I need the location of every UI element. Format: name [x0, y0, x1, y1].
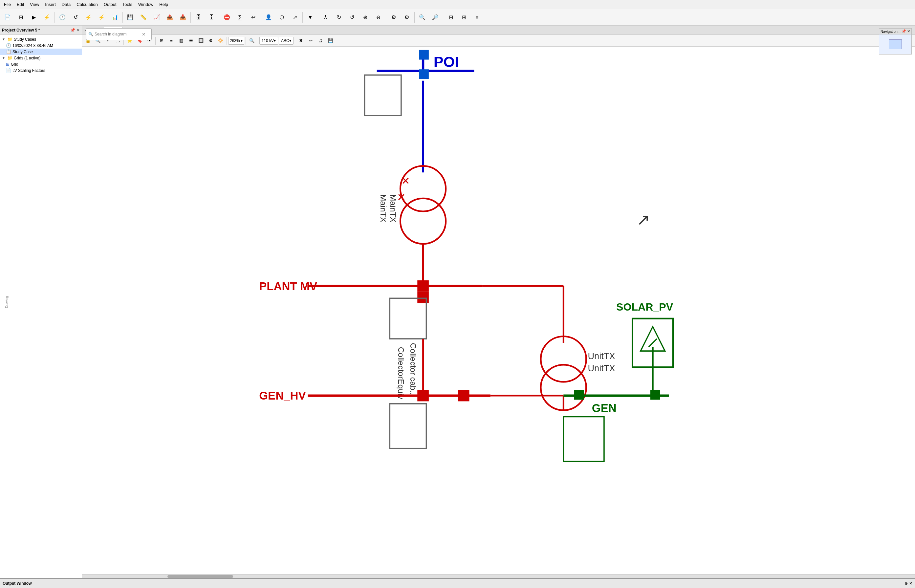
- gen-switch1[interactable]: [574, 390, 584, 400]
- tb-calc2[interactable]: ⚡: [95, 11, 108, 24]
- lv-scaling-label: LV Scaling Factors: [13, 68, 45, 73]
- tb-lasso[interactable]: ⬡: [276, 11, 288, 24]
- tb-export2[interactable]: 📥: [177, 11, 189, 24]
- plant-mv-switch2[interactable]: [417, 292, 429, 304]
- tb-activate[interactable]: ▶: [27, 11, 40, 24]
- gen-hv-switch1[interactable]: [417, 390, 429, 402]
- tb-zoom-in[interactable]: 🔍: [416, 11, 428, 24]
- tb-clock2[interactable]: ⏱: [320, 11, 332, 24]
- diag-grid-btn[interactable]: ⊞: [157, 36, 166, 45]
- menu-insert[interactable]: Insert: [42, 1, 58, 8]
- diag-layers-btn[interactable]: ≡: [167, 36, 176, 45]
- diag-pencil-btn[interactable]: ✏: [306, 36, 316, 45]
- label-scheme: ABC: [281, 39, 289, 43]
- diag-table-btn[interactable]: ▥: [177, 36, 186, 45]
- tb-export[interactable]: 📤: [163, 11, 176, 24]
- tb-lightning[interactable]: ⚡: [82, 11, 95, 24]
- nav-pin-icon[interactable]: 📌: [902, 29, 906, 34]
- tb-user[interactable]: 👤: [262, 11, 275, 24]
- tb-measure[interactable]: 📏: [137, 11, 150, 24]
- tb-rotate2[interactable]: ↺: [346, 11, 358, 24]
- menu-help[interactable]: Help: [157, 1, 171, 8]
- sep3: [190, 12, 191, 23]
- tree-study-case[interactable]: 📋 Study Case: [0, 48, 82, 55]
- menu-data[interactable]: Data: [59, 1, 73, 8]
- voltage-dropdown[interactable]: 110 kV ▾: [259, 37, 278, 45]
- tb-report[interactable]: 📊: [109, 11, 121, 24]
- main-tx-label2: MainTX: [389, 194, 398, 222]
- tb-db2[interactable]: 🗄: [205, 11, 218, 24]
- panel-close-icon[interactable]: ✕: [76, 28, 80, 32]
- tb-activate2[interactable]: ⚡: [41, 11, 53, 24]
- menu-calculation[interactable]: Calculation: [74, 1, 100, 8]
- diag-expand-btn[interactable]: 🔲: [196, 36, 205, 45]
- menu-file[interactable]: File: [1, 1, 13, 8]
- diag-sun-btn[interactable]: 🔆: [216, 36, 225, 45]
- tree-study-cases[interactable]: ▼ 📁 Study Cases: [0, 36, 82, 42]
- menu-view[interactable]: View: [27, 1, 42, 8]
- tb-clock[interactable]: 🕐: [56, 11, 69, 24]
- diag-save-btn[interactable]: 💾: [326, 36, 335, 45]
- panel-pin-icon[interactable]: 📌: [70, 28, 75, 32]
- tb-grid2[interactable]: ≡: [471, 11, 483, 24]
- output-header-btns: ⊕ ✕: [904, 581, 912, 586]
- tb-cursor[interactable]: ↗: [289, 11, 301, 24]
- tree-grids[interactable]: ▼ 📁 Grids (1 active): [0, 55, 82, 61]
- label-dropdown[interactable]: ABC ▾: [279, 37, 294, 45]
- tb-minus[interactable]: ⊖: [372, 11, 384, 24]
- output-expand-btn[interactable]: ⊕: [904, 581, 908, 586]
- tb-zoom-out[interactable]: 🔎: [429, 11, 442, 24]
- gen-hv-switch2[interactable]: [458, 390, 470, 402]
- poi-switch1[interactable]: [419, 50, 429, 60]
- tb-grid[interactable]: ⊞: [15, 11, 27, 24]
- nav-close-icon[interactable]: ✕: [907, 29, 910, 34]
- panel-header-icons: 📌 ✕: [70, 28, 80, 32]
- h-scrollbar[interactable]: [82, 574, 915, 578]
- tb-view2[interactable]: ⊞: [458, 11, 470, 24]
- main-tx-label1: MainTX: [379, 194, 388, 222]
- tree-lv-scaling[interactable]: 📄 LV Scaling Factors: [0, 67, 82, 74]
- tb-rotate[interactable]: ↻: [332, 11, 345, 24]
- tb-save[interactable]: 💾: [124, 11, 137, 24]
- diagram-canvas[interactable]: POI ✕ ✕ MainTX MainTX: [82, 47, 915, 574]
- panel-header: Project Overview 5 * 📌 ✕: [0, 26, 82, 35]
- gen-switch2[interactable]: [650, 390, 660, 400]
- output-title: Output Window: [3, 581, 32, 586]
- search-input[interactable]: [95, 32, 140, 36]
- tb-recalc[interactable]: ↺: [69, 11, 82, 24]
- unit-tx-circle1: [541, 336, 586, 382]
- tb-undo[interactable]: ↩: [247, 11, 259, 24]
- menu-edit[interactable]: Edit: [14, 1, 27, 8]
- tb-dropdown[interactable]: ▼: [304, 11, 316, 24]
- diag-cross-btn[interactable]: ✖: [297, 36, 306, 45]
- tb-gear2[interactable]: ⚙: [400, 11, 413, 24]
- tb-new[interactable]: 📄: [1, 11, 14, 24]
- tb-gear[interactable]: ⚙: [387, 11, 400, 24]
- zoom-level: 263%: [230, 39, 240, 43]
- tb-db[interactable]: 🗄: [192, 11, 205, 24]
- diag-collapse-btn[interactable]: ☰: [187, 36, 196, 45]
- tb-view1[interactable]: ⊟: [445, 11, 457, 24]
- tb-plus[interactable]: ⊕: [359, 11, 371, 24]
- tree-timestamp[interactable]: 🕐 16/02/2024 8:38:46 AM: [0, 42, 82, 48]
- tb-calc3[interactable]: ∑: [234, 11, 246, 24]
- poi-switch2[interactable]: [419, 69, 429, 79]
- tb-stop[interactable]: ⛔: [221, 11, 233, 24]
- diag-print-btn[interactable]: 🖨: [316, 36, 325, 45]
- zoom-dropdown[interactable]: 263% ▾: [228, 37, 244, 45]
- diag-zoom-in2[interactable]: 🔍: [247, 36, 257, 45]
- main-tx-x1: ✕: [401, 175, 410, 187]
- tb-graph[interactable]: 📈: [150, 11, 163, 24]
- diag-config-btn[interactable]: ⚙: [206, 36, 215, 45]
- diagram-area: ✓ ◀ ▶ Grid ✕ + 🔒 🔍 🖱 ⛶ ⭐ 🔖 👁 ⊞ ≡ ▥ ☰: [82, 26, 915, 578]
- side-label-drawing: Drawing: [5, 296, 8, 308]
- tree-grid-item[interactable]: ⊞ Grid: [0, 61, 82, 67]
- output-close-btn[interactable]: ✕: [909, 581, 912, 586]
- menu-output[interactable]: Output: [101, 1, 119, 8]
- sep10: [443, 12, 443, 23]
- nav-header-icons: 📌 ✕: [902, 29, 910, 34]
- search-close-icon[interactable]: ✕: [142, 32, 145, 37]
- menu-window[interactable]: Window: [136, 1, 156, 8]
- plant-mv-switch1[interactable]: [417, 280, 429, 292]
- menu-tools[interactable]: Tools: [120, 1, 135, 8]
